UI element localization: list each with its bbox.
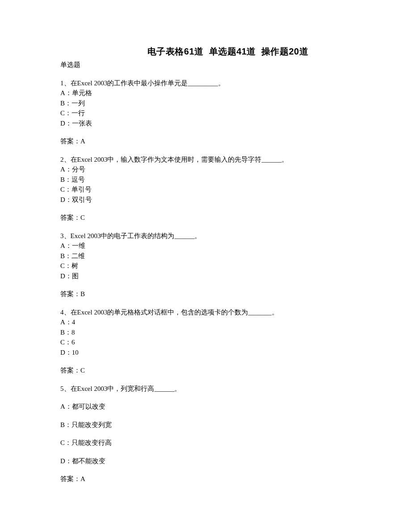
question-stem: 3、Excel 2003中的电子工作表的结构为______。 [60,231,351,241]
question-option: C：单引号 [60,184,351,195]
question-option: C：树 [60,261,351,271]
question-stem: 4、在Excel 2003的单元格格式对话框中，包含的选项卡的个数为______… [60,307,351,318]
question-answer: 答案：C [60,365,351,376]
question-answer: 答案：A [60,474,351,484]
question-option: C：一行 [60,108,351,118]
question-stem: 1、在Excel 2003的工作表中最小操作单元是_________。 [60,78,351,88]
question-answer: 答案：A [60,136,351,147]
question-option: B：一列 [60,98,351,109]
question-list: 1、在Excel 2003的工作表中最小操作单元是_________。A：单元格… [60,78,351,484]
question-option: B：只能改变列宽 [60,420,351,430]
question-option: A：分号 [60,164,351,175]
question-option: D：一张表 [60,118,351,129]
question-stem: 2、在Excel 2003中，输入数字作为文本使用时，需要输入的先导字符____… [60,155,351,165]
question-option: B：8 [60,327,351,338]
document-page: 电子表格61道 单选题41道 操作题20道 单选题 1、在Excel 2003的… [0,0,411,532]
question-option: C：6 [60,337,351,348]
question: 4、在Excel 2003的单元格格式对话框中，包含的选项卡的个数为______… [60,307,351,376]
document-title: 电子表格61道 单选题41道 操作题20道 [60,45,351,58]
question-option: D：10 [60,348,351,358]
question-option: A：单元格 [60,88,351,98]
question-option: A：一维 [60,241,351,251]
question-option: D：双引号 [60,195,351,205]
question-option: B：逗号 [60,175,351,185]
question: 1、在Excel 2003的工作表中最小操作单元是_________。A：单元格… [60,78,351,147]
question: 3、Excel 2003中的电子工作表的结构为______。A：一维B：二维C：… [60,231,351,299]
question-stem: 5、在Excel 2003中，列宽和行高______。 [60,384,351,394]
question-option: B：二维 [60,251,351,261]
question-option: A：都可以改变 [60,402,351,412]
question-option: A：4 [60,317,351,327]
question-option: D：都不能改变 [60,456,351,466]
question: 5、在Excel 2003中，列宽和行高______。A：都可以改变B：只能改变… [60,384,351,484]
question-answer: 答案：B [60,289,351,299]
question-answer: 答案：C [60,213,351,223]
question: 2、在Excel 2003中，输入数字作为文本使用时，需要输入的先导字符____… [60,155,351,223]
question-option: C：只能改变行高 [60,438,351,448]
section-label: 单选题 [60,60,351,70]
question-option: D：图 [60,271,351,281]
